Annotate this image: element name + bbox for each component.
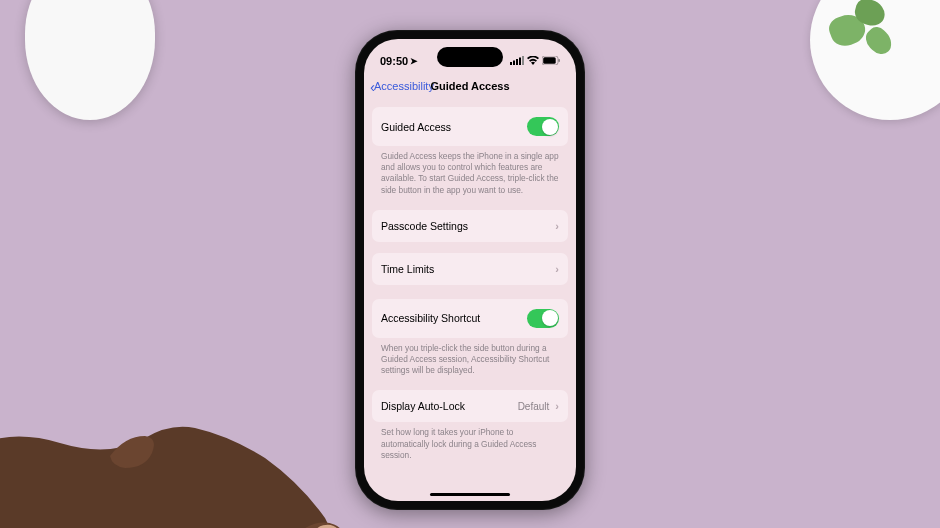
row-label: Accessibility Shortcut <box>381 312 480 324</box>
hand <box>0 288 390 528</box>
group-settings: Passcode Settings › Time Limits › <box>372 210 568 285</box>
footer-autolock: Set how long it takes your iPhone to aut… <box>372 422 568 461</box>
svg-rect-2 <box>516 59 518 65</box>
row-value: Default <box>518 401 550 412</box>
scene: 09:50 ➤ ‹ Acce <box>0 0 940 528</box>
svg-point-9 <box>310 522 343 528</box>
row-accessibility-shortcut[interactable]: Accessibility Shortcut <box>372 299 568 338</box>
svg-rect-1 <box>513 61 515 66</box>
apple-mouse <box>25 0 155 120</box>
svg-rect-7 <box>559 59 560 62</box>
row-guided-access-toggle[interactable]: Guided Access <box>372 107 568 146</box>
nav-bar: ‹ Accessibility Guided Access <box>364 73 576 103</box>
chevron-right-icon: › <box>555 400 559 412</box>
settings-content: Guided Access Guided Access keeps the iP… <box>364 103 576 479</box>
accessibility-shortcut-toggle[interactable] <box>527 309 559 328</box>
plant-pot <box>810 0 940 120</box>
svg-rect-0 <box>510 62 512 65</box>
row-time-limits[interactable]: Time Limits › <box>372 253 568 285</box>
footer-shortcut: When you triple-click the side button du… <box>372 338 568 377</box>
svg-rect-4 <box>522 56 524 65</box>
svg-rect-6 <box>543 57 556 64</box>
home-indicator[interactable] <box>430 493 510 497</box>
footer-guided-access: Guided Access keeps the iPhone in a sing… <box>372 146 568 196</box>
row-display-autolock[interactable]: Display Auto-Lock Default › <box>372 390 568 422</box>
group-autolock: Display Auto-Lock Default › Set how long… <box>372 390 568 461</box>
row-label: Time Limits <box>381 263 434 275</box>
row-label: Passcode Settings <box>381 220 468 232</box>
iphone-screen: 09:50 ➤ ‹ Acce <box>364 39 576 501</box>
cellular-icon <box>510 55 524 67</box>
dynamic-island <box>437 47 503 67</box>
svg-rect-3 <box>519 58 521 66</box>
iphone-device: 09:50 ➤ ‹ Acce <box>355 30 585 510</box>
group-guided-access: Guided Access Guided Access keeps the iP… <box>372 107 568 196</box>
back-label: Accessibility <box>374 80 434 92</box>
group-shortcut: Accessibility Shortcut When you triple-c… <box>372 299 568 377</box>
svg-point-8 <box>290 517 351 528</box>
location-icon: ➤ <box>410 56 418 66</box>
page-title: Guided Access <box>430 80 509 92</box>
chevron-right-icon: › <box>555 263 559 275</box>
wifi-icon <box>527 55 539 67</box>
row-label: Display Auto-Lock <box>381 400 465 412</box>
guided-access-toggle[interactable] <box>527 117 559 136</box>
back-button[interactable]: ‹ Accessibility <box>370 78 434 95</box>
battery-icon <box>542 55 560 67</box>
row-passcode-settings[interactable]: Passcode Settings › <box>372 210 568 242</box>
status-time: 09:50 <box>380 55 408 67</box>
row-label: Guided Access <box>381 121 451 133</box>
chevron-right-icon: › <box>555 220 559 232</box>
